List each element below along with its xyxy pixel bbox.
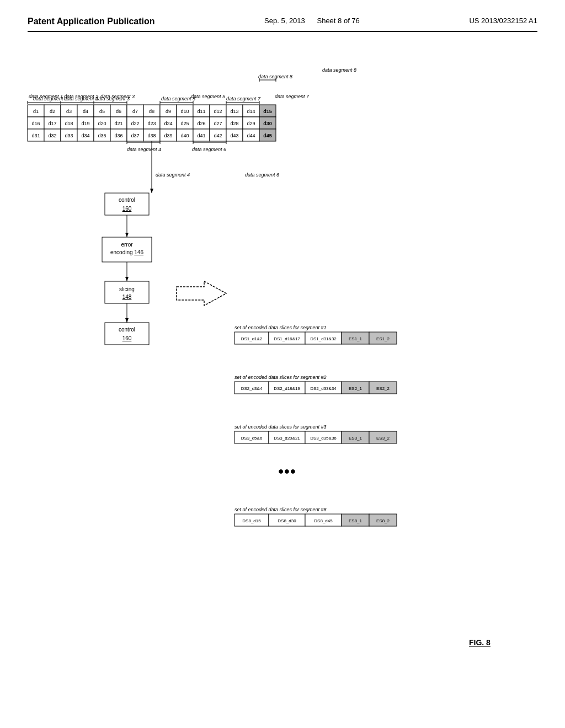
svg-text:d8: d8 xyxy=(149,109,154,114)
seg6-bracket-label: data segment 6 xyxy=(192,147,226,152)
svg-text:d24: d24 xyxy=(164,121,172,126)
svg-text:d17: d17 xyxy=(48,121,56,126)
header-date: Sep. 5, 2013 xyxy=(264,17,305,25)
ds1-d16d17: DS1_d16&17 xyxy=(274,336,300,341)
slices-seg3-label: set of encoded data slices for segment #… xyxy=(234,424,327,430)
svg-text:d26: d26 xyxy=(197,121,205,126)
header-patent-number: US 2013/0232152 A1 xyxy=(469,17,537,25)
svg-text:d2: d2 xyxy=(50,109,55,114)
svg-text:d32: d32 xyxy=(48,133,56,138)
control-top-box xyxy=(105,193,149,215)
svg-text:d36: d36 xyxy=(114,133,122,138)
seg5-bracket-label: data segment 5 xyxy=(161,96,196,101)
seg1-bracket-label: data segment 1 xyxy=(33,96,67,101)
slices-seg1-label: set of encoded data slices for segment #… xyxy=(234,325,327,330)
svg-text:d6: d6 xyxy=(116,109,121,114)
svg-text:d35: d35 xyxy=(98,133,106,138)
svg-text:d41: d41 xyxy=(197,133,205,138)
svg-text:d18: d18 xyxy=(65,121,73,126)
header-publication-title: Patent Application Publication xyxy=(28,17,155,26)
svg-text:d37: d37 xyxy=(131,133,139,138)
svg-text:d7: d7 xyxy=(132,109,138,114)
svg-text:d27: d27 xyxy=(214,121,222,126)
svg-text:d38: d38 xyxy=(147,133,156,138)
svg-text:d9: d9 xyxy=(166,109,171,114)
seg8-label: data segment 8 xyxy=(322,67,356,73)
es1-1: ES1_1 xyxy=(349,336,363,341)
svg-text:d3: d3 xyxy=(66,109,72,114)
svg-text:d29: d29 xyxy=(247,121,255,126)
main-arrow xyxy=(177,281,226,306)
ds8-d45: DS8_d45 xyxy=(314,518,333,523)
slicing-number: 148 xyxy=(122,294,132,300)
svg-text:d43: d43 xyxy=(230,133,238,138)
ds1-d31d32: DS1_d31&32 xyxy=(310,336,337,341)
svg-text:d40: d40 xyxy=(180,133,189,138)
header-date-sheet: Sep. 5, 2013 Sheet 8 of 76 xyxy=(264,17,360,25)
diagram-svg: data segment 1 data segment 2 data segme… xyxy=(17,39,546,700)
svg-text:d12: d12 xyxy=(214,109,222,114)
error-encoding-text: encoding 146 xyxy=(110,249,143,255)
control-bottom-number: 160 xyxy=(122,335,132,341)
seg3-bracket-label: data segment 3 xyxy=(95,96,130,101)
data-grid: d1 d2 d3 d4 d5 d6 d7 d8 d9 xyxy=(28,105,276,141)
svg-text:d19: d19 xyxy=(81,121,89,126)
svg-text:d44: d44 xyxy=(247,133,255,138)
ds2-d3d4: DS2_d3&4 xyxy=(241,386,263,391)
es3-1: ES3_1 xyxy=(349,436,363,441)
slices-seg2-label: set of encoded data slices for segment #… xyxy=(234,374,327,380)
seg7-bracket-label: data segment 7 xyxy=(226,96,261,101)
seg5-label: data segment 5 xyxy=(191,94,226,99)
svg-text:d14: d14 xyxy=(247,109,255,114)
svg-text:d25: d25 xyxy=(180,121,189,126)
svg-text:d11: d11 xyxy=(197,109,205,114)
control-bottom-box xyxy=(105,323,149,345)
ds3-d5d6: DS3_d5&6 xyxy=(241,436,263,441)
es8-1: ES8_1 xyxy=(349,518,363,523)
control-bottom-label: control xyxy=(119,326,135,333)
svg-text:d23: d23 xyxy=(147,121,156,126)
svg-text:d16: d16 xyxy=(31,121,40,126)
header: Patent Application Publication Sep. 5, 2… xyxy=(28,17,537,32)
control-top-number: 160 xyxy=(122,206,132,212)
slicing-label: slicing xyxy=(119,286,135,292)
svg-text:d21: d21 xyxy=(114,121,122,126)
ds2-d33d34: DS2_d33&34 xyxy=(310,386,337,391)
svg-text:d4: d4 xyxy=(83,109,88,114)
svg-text:d10: d10 xyxy=(180,109,189,114)
svg-text:d39: d39 xyxy=(164,133,172,138)
ds1-d1d2: DS1_d1&2 xyxy=(241,336,263,341)
ellipsis-dots: ●●● xyxy=(278,465,296,477)
svg-text:d30: d30 xyxy=(263,121,272,126)
svg-text:d42: d42 xyxy=(214,133,222,138)
error-encoding-label: error xyxy=(121,242,133,248)
seg4-label: data segment 4 xyxy=(156,172,190,178)
ds8-d30: DS8_d30 xyxy=(278,518,296,523)
svg-text:d20: d20 xyxy=(98,121,106,126)
ds2-d18d19: DS2_d18&19 xyxy=(274,386,300,391)
es2-1: ES2_1 xyxy=(349,386,363,391)
page: Patent Application Publication Sep. 5, 2… xyxy=(0,0,565,728)
es3-2: ES3_2 xyxy=(376,436,390,441)
slices-seg8-label: set of encoded data slices for segment #… xyxy=(234,507,327,512)
es1-2: ES1_2 xyxy=(376,336,390,341)
seg2-bracket-label: data segment 2 xyxy=(64,96,98,101)
seg8-bracket-label: data segment 8 xyxy=(258,74,292,79)
header-sheet: Sheet 8 of 76 xyxy=(317,17,359,25)
seg7-label: data segment 7 xyxy=(275,94,310,99)
svg-text:d15: d15 xyxy=(263,109,272,114)
svg-text:d31: d31 xyxy=(31,133,40,138)
es8-2: ES8_2 xyxy=(376,518,390,523)
ds3-d35d36: DS3_d35&36 xyxy=(310,436,337,441)
svg-text:d34: d34 xyxy=(81,133,89,138)
svg-text:d33: d33 xyxy=(65,133,73,138)
svg-text:d1: d1 xyxy=(33,109,39,114)
fig-label: FIG. 8 xyxy=(469,638,491,647)
svg-text:d13: d13 xyxy=(230,109,238,114)
seg6-label: data segment 6 xyxy=(245,172,279,178)
ds8-d15: DS8_d15 xyxy=(242,518,261,523)
seg4-bracket-label: data segment 4 xyxy=(127,147,161,152)
svg-text:d45: d45 xyxy=(263,133,272,138)
ds3-d20d21: DS3_d20&21 xyxy=(274,436,300,441)
control-top-label: control xyxy=(119,197,135,203)
